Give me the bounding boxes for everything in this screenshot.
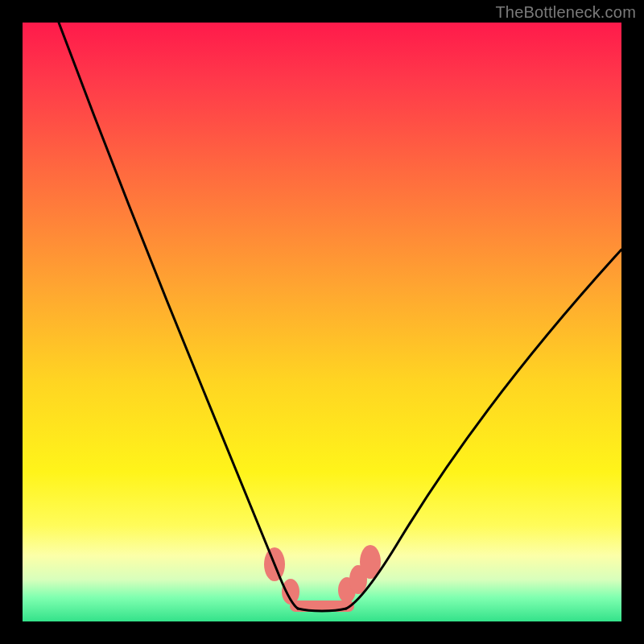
chart-frame: TheBottleneck.com [0, 0, 644, 644]
chart-overlay [23, 23, 621, 621]
watermark-text: TheBottleneck.com [495, 3, 636, 22]
curve-left-branch [59, 23, 298, 609]
curve-marker-blobs [264, 545, 381, 605]
curve-right-branch [346, 250, 621, 609]
